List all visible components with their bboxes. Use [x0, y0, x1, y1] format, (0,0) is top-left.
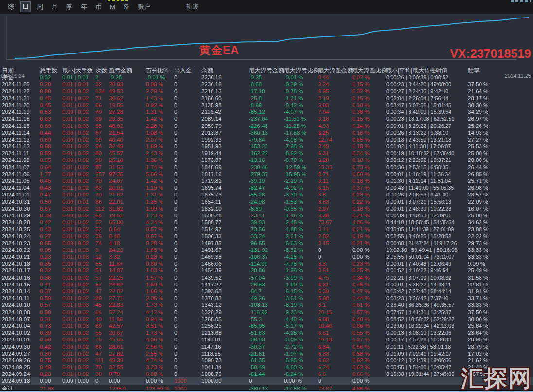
menu-item-daily[interactable]: 日 — [20, 1, 31, 12]
table-row[interactable]: 2024.10.170.320.01 | 0.025114.871.03 %01… — [0, 267, 533, 274]
cell-pnl-amount: 21.62 — [109, 191, 146, 198]
menu-item-trajectory[interactable]: 轨迹 — [184, 1, 201, 12]
table-row[interactable]: 2024.10.240.270.01 | 0.02368.480.57 %015… — [0, 233, 533, 240]
table-row[interactable]: 2024.11.110.590.01 | 0.028045.572.43 %01… — [0, 150, 533, 157]
table-row[interactable]: 2024.10.280.420.01 | 0.025265.804.34 %01… — [0, 219, 533, 226]
cell-pnl-percent: 2.28 % — [146, 123, 174, 129]
cell-pnl-percent: 2.56 % — [146, 343, 174, 350]
table-row[interactable]: 2024.10.290.390.00 | 0.026419.511.23 %01… — [0, 212, 533, 219]
table-row[interactable]: 2024.10.070.310.01 | 0.024011.800.94 %01… — [0, 316, 533, 322]
table-row[interactable]: 2024.10.210.230.01 | 0.03123.320.23 %014… — [0, 253, 533, 260]
cell-min-max-lots: 0.01 | 0.02 — [62, 88, 95, 95]
table-row[interactable]: 2024.10.250.430.01 | 0.02528.640.57 %015… — [0, 226, 533, 232]
col-header-cash-flow: 出入金 — [174, 67, 201, 74]
menu-item-weekly[interactable]: 周 — [35, 1, 45, 12]
table-row[interactable]: 2024.11.070.640.01 | 0.028731.531.74 %01… — [0, 164, 533, 171]
table-row[interactable]: 2024.10.100.570.01 | 0.034522.831.73 %01… — [0, 302, 533, 308]
open-position-row[interactable]: 持仓0.020.01 | 0.012-0.26-0.01 %02236.16-0… — [0, 74, 533, 81]
cell-date: 2024.11.18 — [2, 115, 40, 122]
table-row[interactable]: 2024.10.230.650.00 | 0.02744.180.28 %014… — [0, 240, 533, 247]
table-row[interactable]: 2024.09.300.420.00 | 0.026628.612.56 %01… — [0, 343, 533, 350]
cell-total-lots: 0.49 — [40, 364, 62, 371]
table-row[interactable]: 2024.10.080.500.01 | 0.026452.244.12 %01… — [0, 309, 533, 316]
table-row[interactable]: 2024.11.040.430.01 | 0.026320.011.19 %01… — [0, 184, 533, 191]
table-row[interactable]: 2024.09.270.300.01 | 0.024727.822.55 %01… — [0, 350, 533, 357]
table-row[interactable]: 2024.09.260.750.01 | 0.0211149.394.74 %0… — [0, 357, 533, 364]
table-row[interactable]: 2024.10.150.410.00 | 0.025723.621.69 %01… — [0, 281, 533, 288]
menu-item-summary[interactable]: 综 — [6, 1, 16, 12]
table-row[interactable]: 2024.10.180.350.00 | 0.025511.670.80 %01… — [0, 260, 533, 267]
table-row[interactable]: 2024.11.220.800.01 | 0.0213449.532.29 %0… — [0, 88, 533, 95]
cell-cash-flow: 0 — [174, 219, 201, 226]
menu-item-currency[interactable]: 币 — [93, 1, 104, 12]
cell-count: 89 — [95, 115, 109, 122]
table-row[interactable]: 2024.10.310.500.00 | 0.018622.011.35 %01… — [0, 198, 533, 205]
table-row[interactable]: 2024.10.020.390.01 | 0.025520.671.73 %01… — [0, 329, 533, 336]
cell-pnl-percent: -0.01 % — [146, 74, 174, 81]
cell-min-max-lots: 0.01 | 0.03 — [62, 123, 95, 129]
table-row[interactable]: 2024.11.140.440.00 | 0.026721.541.08 %02… — [0, 129, 533, 136]
menu-item-quarterly[interactable]: 季 — [64, 1, 74, 12]
cell-pnl-amount: -0.26 — [109, 74, 146, 81]
cell-total-lots: 0.27 — [40, 233, 62, 240]
cell-max-float-loss: -8.68 — [249, 81, 284, 88]
table-row[interactable]: 2024.10.160.360.01 | 0.025722.251.57 %01… — [0, 274, 533, 281]
table-row[interactable]: 2024.11.050.450.01 | 0.027024.071.42 %01… — [0, 178, 533, 184]
table-row[interactable]: 2024.11.080.550.00 | 0.029025.181.36 %01… — [0, 157, 533, 163]
cell-min-max-lots: 0.01 | 0.02 — [62, 350, 95, 357]
cell-pnl-percent: 1.36 % — [146, 157, 174, 163]
cell-count: 112 — [95, 205, 109, 212]
cell-count: 111 — [95, 357, 109, 364]
cell-balance: 2089.14 — [201, 115, 249, 122]
table-row[interactable]: 2024.11.120.680.01 | 0.029432.491.69 %01… — [0, 143, 533, 150]
cell-cash-flow: 0 — [174, 88, 201, 95]
cell-max-float-loss-pct: -4.08 % — [284, 136, 318, 143]
cell-max-float-profit-pct: 0.15 % — [352, 81, 386, 88]
cell-date: 2024.10.25 — [2, 226, 40, 232]
cell-date: 2024.11.07 — [2, 164, 40, 171]
cell-max-float-loss-pct: -4.88 % — [284, 226, 318, 232]
cell-cash-flow: 0 — [174, 233, 201, 240]
table-row[interactable]: 2024.11.010.470.01 | 0.027021.621.31 %01… — [0, 191, 533, 198]
menu-item-account[interactable]: 账户 — [136, 1, 153, 12]
menu-item-monthly[interactable]: 月 — [50, 1, 60, 12]
cell-max-float-loss-pct: -15.95 % — [284, 171, 318, 178]
cell-cash-flow: 0 — [174, 247, 201, 253]
cell-cash-flow: 0 — [174, 329, 201, 336]
table-row[interactable]: 2024.11.190.530.00 | 0.027027.281.31 %02… — [0, 108, 533, 115]
table-row[interactable]: 2024.11.150.690.01 | 0.039545.922.28 %02… — [0, 123, 533, 129]
table-row[interactable]: 2024.10.300.670.01 | 0.0211231.821.99 %0… — [0, 205, 533, 212]
table-row[interactable]: 2024.10.040.730.01 | 0.038942.573.51 %01… — [0, 322, 533, 329]
table-row[interactable]: 2024.09.240.230.01 | 0.02308.790.88 %010… — [0, 371, 533, 377]
cell-max-float-loss-pct: -6.24 % — [284, 371, 318, 377]
cell-cash-flow: 0 — [174, 171, 201, 178]
table-row[interactable]: 2024.11.210.450.01 | 0.027130.621.43 %02… — [0, 95, 533, 102]
table-row[interactable]: 2024.10.110.590.01 | 0.028927.712.06 %01… — [0, 295, 533, 302]
table-row[interactable]: 2024.11.250.200.01 | 0.013220.030.90 %02… — [0, 81, 533, 88]
cell-count: 257 — [95, 171, 109, 178]
cell-max-float-profit: 2.82 — [318, 233, 352, 240]
cell-pnl-amount: 45.57 — [109, 150, 146, 157]
cell-total-lots: 0.43 — [40, 226, 62, 232]
cell-total-lots: 0.35 — [40, 260, 62, 267]
cell-max-float-profit-pct: 0.15 % — [352, 95, 386, 102]
cell-count: 57 — [95, 274, 109, 281]
table-row[interactable]: 2024.11.180.630.01 | 0.028929.351.42 %02… — [0, 115, 533, 122]
table-row[interactable]: 2024.11.130.690.00 | 0.029940.402.07 %01… — [0, 136, 533, 143]
table-row[interactable]: 2024.09.180.000.00 | 0.0000.000.00 %1000… — [0, 377, 533, 384]
table-row[interactable]: 2024.10.140.370.00 | 0.024722.821.66 %01… — [0, 288, 533, 295]
menu-item-yearly[interactable]: 年 — [79, 1, 89, 12]
table-row[interactable]: 2024.11.200.450.01 | 0.026619.560.92 %02… — [0, 102, 533, 108]
table-row[interactable]: 2024.11.061.770.00 | 0.0225797.355.66 %0… — [0, 171, 533, 178]
cell-min-max-lots: 0.01 | 0.02 — [62, 233, 95, 240]
table-row[interactable]: 2024.09.250.490.01 | 0.027032.553.23 %01… — [0, 364, 533, 371]
table-row[interactable]: 2024.10.220.050.01 | 0.03324.291.65 %014… — [0, 247, 533, 253]
cell-max-float-loss: -96.65 — [249, 240, 284, 247]
table-row[interactable]: 2024.10.010.500.00 | 0.027645.854.00 %01… — [0, 336, 533, 343]
cell-min-max-lots: 0.01 | 0.03 — [62, 322, 95, 329]
menu-item-note[interactable]: 备 — [122, 1, 132, 12]
menu-item-m-mode[interactable]: M — [108, 2, 117, 12]
cell-max-float-loss: -61.44 — [249, 371, 284, 377]
cell-max-float-loss: -57.04 — [249, 274, 284, 281]
cell-count: 94 — [95, 143, 109, 150]
